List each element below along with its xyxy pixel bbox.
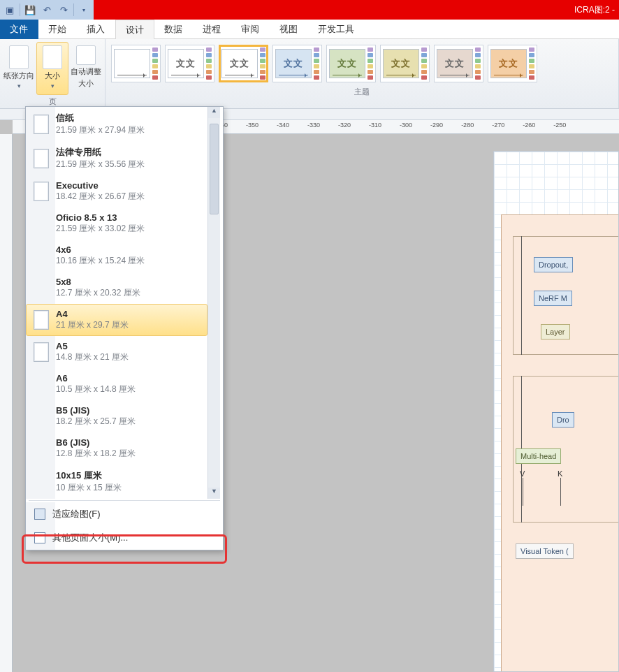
- theme-thumb-selected[interactable]: 文文: [219, 45, 268, 82]
- size-title: 信纸: [56, 112, 145, 124]
- save-icon[interactable]: 💾: [23, 3, 37, 17]
- tab-home[interactable]: 开始: [38, 20, 77, 39]
- ruler-tick: -340: [277, 122, 289, 129]
- size-dims: 21.59 厘米 x 33.02 厘米: [56, 223, 145, 235]
- size-button[interactable]: 大小 ▾: [36, 42, 68, 95]
- title-bar: ▣ 💾 ↶ ↷ ▾ ICRA图:2 -: [0, 0, 619, 20]
- tab-dev[interactable]: 开发工具: [308, 20, 365, 39]
- autosize-button[interactable]: 自动调整 大小: [70, 42, 102, 95]
- ruler-tick: -350: [246, 122, 258, 129]
- size-option[interactable]: A610.5 厘米 x 14.8 厘米: [26, 368, 207, 400]
- theme-thumb[interactable]: 文文: [272, 45, 322, 82]
- size-title: 法律专用纸: [56, 146, 145, 159]
- size-dims: 21 厘米 x 29.7 厘米: [56, 319, 129, 331]
- page-icon: [34, 115, 49, 134]
- diagram-box: NeRF M: [534, 291, 572, 306]
- theme-preview-icon: 文文: [383, 49, 419, 78]
- size-option[interactable]: Executive18.42 厘米 x 26.67 厘米: [26, 175, 207, 207]
- theme-thumb[interactable]: 文文: [165, 45, 214, 82]
- size-option[interactable]: B6 (JIS)12.8 厘米 x 18.2 厘米: [26, 432, 207, 465]
- ruler-tick: -280: [461, 122, 474, 129]
- size-dropdown: 信纸21.59 厘米 x 27.94 厘米法律专用纸21.59 厘米 x 35.…: [25, 106, 224, 550]
- ribbon-group-page: 纸张方向 ▾ 大小 ▾ 自动调整 大小 页: [0, 39, 105, 108]
- qat-sep: [73, 3, 74, 16]
- chevron-down-icon: ▾: [17, 82, 21, 89]
- page-icon: [34, 439, 49, 458]
- ruler-tick: -320: [338, 122, 351, 129]
- fit-to-drawing-button[interactable]: 适应绘图(F): [26, 502, 223, 526]
- page-icon: [34, 182, 49, 201]
- size-title: A5: [56, 341, 129, 351]
- page-setup-icon: [34, 532, 45, 543]
- size-title: 10x15 厘米: [56, 469, 122, 482]
- theme-thumb[interactable]: 文文: [434, 45, 483, 82]
- theme-thumb[interactable]: 文文: [326, 45, 376, 82]
- diagram-panel: Dropout, NeRF M Layer Dro Multi-head V K…: [501, 214, 619, 672]
- scroll-thumb[interactable]: [210, 124, 219, 214]
- tab-file[interactable]: 文件: [0, 20, 38, 39]
- theme-gallery[interactable]: 文文 文文 文文 文文 文文 文文: [108, 42, 616, 85]
- size-option[interactable]: 法律专用纸21.59 厘米 x 35.56 厘米: [26, 141, 207, 175]
- theme-palette-icon: [260, 48, 265, 80]
- size-title: A4: [56, 309, 129, 319]
- tab-view[interactable]: 视图: [270, 20, 308, 39]
- size-title: Executive: [56, 180, 145, 191]
- undo-icon[interactable]: ↶: [40, 3, 54, 17]
- tab-insert[interactable]: 插入: [77, 20, 115, 39]
- page-icon: [34, 342, 49, 362]
- size-title: 5x8: [56, 277, 140, 287]
- ruler-tick: -250: [553, 122, 566, 129]
- fit-label: 适应绘图(F): [52, 508, 101, 520]
- diagram-box: Layer: [541, 324, 570, 339]
- theme-palette-icon: [152, 48, 158, 80]
- more-page-sizes-button[interactable]: 其他页面大小(M)...: [26, 526, 223, 550]
- size-option[interactable]: Oficio 8.5 x 1321.59 厘米 x 33.02 厘米: [26, 207, 207, 240]
- theme-palette-icon: [367, 48, 373, 80]
- scroll-down-icon[interactable]: ▼: [208, 488, 220, 499]
- theme-thumb[interactable]: [111, 45, 161, 82]
- size-option[interactable]: 4x610.16 厘米 x 15.24 厘米: [26, 240, 207, 272]
- group-label-theme: 主题: [108, 85, 616, 98]
- size-dims: 18.2 厘米 x 25.7 厘米: [56, 416, 136, 428]
- scroll-up-icon[interactable]: ▲: [208, 107, 220, 118]
- window-title: ICRA图:2 -: [574, 4, 619, 16]
- theme-palette-icon: [475, 48, 481, 80]
- orientation-button[interactable]: 纸张方向 ▾: [3, 42, 35, 95]
- page-icon: [34, 149, 49, 168]
- diagram-box: Dropout,: [534, 257, 573, 272]
- theme-thumb[interactable]: 文文: [380, 45, 430, 82]
- tab-data[interactable]: 数据: [154, 20, 193, 39]
- size-option[interactable]: 5x812.7 厘米 x 20.32 厘米: [26, 272, 207, 304]
- ribbon-tabs: 文件 开始 插入 设计 数据 进程 审阅 视图 开发工具: [0, 20, 619, 39]
- scrollbar[interactable]: ▲ ▼: [207, 107, 220, 499]
- tab-design[interactable]: 设计: [115, 20, 154, 39]
- redo-icon[interactable]: ↷: [57, 3, 71, 17]
- size-option[interactable]: 信纸21.59 厘米 x 27.94 厘米: [26, 107, 207, 141]
- autosize-label2: 大小: [78, 78, 94, 89]
- ruler-tick: -270: [492, 122, 504, 129]
- qat-dropdown-icon[interactable]: ▾: [77, 3, 91, 17]
- tab-review[interactable]: 审阅: [231, 20, 270, 39]
- ribbon-group-theme: 文文 文文 文文 文文 文文 文文: [105, 39, 619, 108]
- page-icon: [34, 278, 49, 298]
- tab-process[interactable]: 进程: [193, 20, 231, 39]
- size-option[interactable]: B5 (JIS)18.2 厘米 x 25.7 厘米: [26, 400, 207, 432]
- quick-access-toolbar: ▣ 💾 ↶ ↷ ▾: [0, 0, 94, 20]
- page-icon: [34, 407, 49, 426]
- wire-icon: [523, 478, 523, 506]
- size-dims: 10.5 厘米 x 14.8 厘米: [56, 384, 136, 395]
- size-dims: 12.7 厘米 x 20.32 厘米: [56, 287, 140, 299]
- size-option[interactable]: 10x15 厘米10 厘米 x 15 厘米: [26, 465, 207, 499]
- wire-icon: [560, 478, 561, 506]
- theme-palette-icon: [314, 48, 319, 80]
- theme-thumb[interactable]: 文文: [488, 45, 537, 82]
- theme-palette-icon: [529, 48, 534, 80]
- theme-preview-icon: 文文: [437, 49, 473, 78]
- drawing-page[interactable]: Dropout, NeRF M Layer Dro Multi-head V K…: [493, 151, 619, 672]
- size-dropdown-list[interactable]: 信纸21.59 厘米 x 27.94 厘米法律专用纸21.59 厘米 x 35.…: [26, 107, 207, 499]
- size-option[interactable]: A421 厘米 x 29.7 厘米: [26, 304, 207, 336]
- more-label: 其他页面大小(M)...: [52, 532, 128, 544]
- size-dims: 10 厘米 x 15 厘米: [56, 482, 122, 494]
- size-dims: 14.8 厘米 x 21 厘米: [56, 351, 129, 363]
- size-option[interactable]: A514.8 厘米 x 21 厘米: [26, 336, 207, 368]
